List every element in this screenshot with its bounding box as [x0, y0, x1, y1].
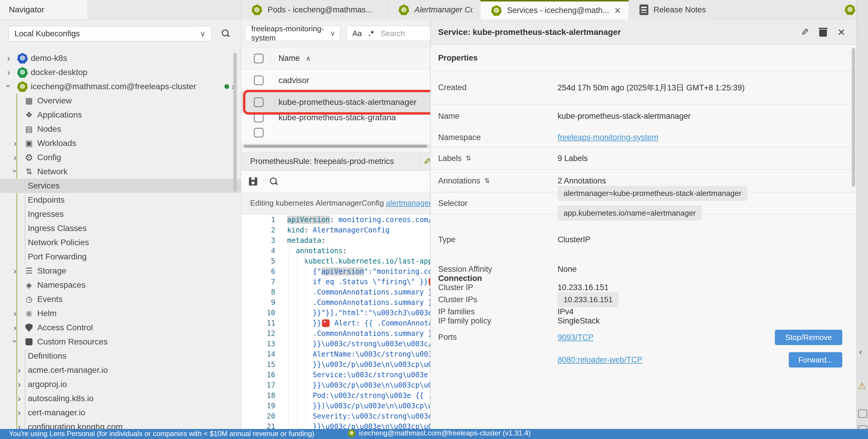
- select-all-checkbox[interactable]: [254, 54, 264, 63]
- sidebar-tree-item[interactable]: Nodes ›: [0, 122, 241, 136]
- drawer-scrollbar[interactable]: [852, 48, 855, 187]
- tree-item-label: Helm: [37, 309, 57, 318]
- sidebar-tree-item[interactable]: icecheng@mathmast.com@freeleaps-cluster …: [0, 79, 241, 94]
- edit-rule-icon[interactable]: ✎: [423, 156, 430, 167]
- detail-value: SingleStack: [558, 316, 600, 326]
- table-row[interactable]: kube-prometheus-stack-grafana: [241, 113, 430, 122]
- sidebar-tree-item[interactable]: Definitions ›: [0, 349, 241, 363]
- namespace-select[interactable]: freeleaps-monitoring-system ∨: [245, 26, 340, 41]
- detail-row: Cluster IPs 10.233.16.151: [430, 292, 868, 307]
- namespace-link[interactable]: freeleaps-monitoring-system: [558, 133, 658, 142]
- sidebar-tree-item[interactable]: Ingress Classes ›: [0, 221, 241, 235]
- edit-icon[interactable]: ✎: [801, 27, 809, 38]
- code-text: .CommonAnnotations.summary }}: [287, 288, 430, 296]
- sidebar-tree-item[interactable]: demo-k8s ›: [0, 51, 241, 65]
- kubernetes-icon: [348, 429, 355, 437]
- line-number: 14: [241, 350, 287, 358]
- sidebar-tree-item[interactable]: Applications ›: [0, 108, 241, 122]
- collapse-icon[interactable]: ‹: [859, 346, 862, 357]
- alertmanager-config-link[interactable]: alertmanager: [386, 199, 430, 208]
- row-checkbox[interactable]: [254, 76, 264, 85]
- sidebar-tree-item[interactable]: Services ›: [0, 179, 241, 193]
- sidebar-tree-item[interactable]: Helm ›: [0, 306, 241, 320]
- sidebar-tree-item[interactable]: autoscaling.k8s.io ›: [0, 392, 241, 406]
- detail-label: Created: [438, 83, 558, 92]
- sort-asc-icon[interactable]: ∧: [306, 54, 311, 63]
- sidebar-tree-item[interactable]: Port Forwarding ›: [0, 250, 241, 264]
- sidebar-tree-item[interactable]: Workloads ›: [0, 136, 241, 150]
- code-text: }}\u003c/p\u003e\n\u003cp\u003: [287, 381, 430, 390]
- sidebar-tree-item[interactable]: Namespaces ›: [0, 278, 241, 292]
- document-tab[interactable]: Release Notes: [629, 0, 714, 20]
- table-row[interactable]: [241, 122, 430, 144]
- chevron-icon: [7, 68, 17, 77]
- detail-row: Labels⇅ 9 Labels: [430, 147, 868, 170]
- stop-remove-button[interactable]: Stop/Remove: [775, 330, 842, 345]
- name-column-header[interactable]: Name: [278, 54, 300, 63]
- document-tab[interactable]: Services - icecheng@math... ×: [480, 0, 629, 20]
- sidebar-tree-item[interactable]: Ingresses ›: [0, 207, 241, 221]
- sidebar-scrollbar[interactable]: [233, 53, 237, 192]
- navigator-panel-tab[interactable]: Navigator: [0, 0, 88, 19]
- detail-label: Labels⇅: [438, 154, 558, 163]
- sidebar-tree-item[interactable]: docker-desktop ›: [0, 65, 241, 79]
- editing-breadcrumb: Editing kubernetes AlertmanagerConfig: [250, 199, 386, 208]
- regex-icon[interactable]: .*: [368, 29, 374, 38]
- sort-toggle-icon[interactable]: ⇅: [485, 177, 490, 184]
- detail-row: Name kube-prometheus-stack-alertmanager: [430, 104, 868, 128]
- line-number: 15: [241, 361, 287, 369]
- sidebar-tree-item[interactable]: Endpoints ›: [0, 193, 241, 207]
- sidebar-tree-item[interactable]: Network Policies ›: [0, 235, 241, 250]
- close-icon[interactable]: ×: [838, 26, 845, 38]
- list-search-input[interactable]: Aa .* Search: [346, 26, 430, 41]
- horizontal-scrollbar[interactable]: [241, 144, 430, 148]
- row-checkbox[interactable]: [254, 98, 264, 107]
- port-link[interactable]: 8080:reloader-web/TCP: [558, 356, 643, 365]
- toolbar-divider: [264, 175, 264, 188]
- sidebar-tree-item[interactable]: Overview ›: [0, 94, 241, 108]
- sidebar-tree-item[interactable]: argoproj.io ›: [0, 377, 241, 392]
- tree-item-label: Overview: [37, 96, 72, 105]
- tree-item-label: Events: [37, 295, 63, 304]
- line-number: 4: [241, 247, 287, 255]
- sidebar-tree-item[interactable]: Config ›: [0, 150, 241, 165]
- detail-row: Namespace freeleaps-monitoring-system: [430, 128, 868, 147]
- sidebar-tree-item[interactable]: Events ›: [0, 292, 241, 306]
- search-icon[interactable]: [221, 29, 230, 38]
- line-number: 11: [241, 319, 287, 327]
- line-number: 8: [241, 288, 287, 296]
- match-case-icon[interactable]: Aa: [352, 29, 362, 38]
- kubeconfig-select[interactable]: Local Kubeconfigs ∨: [8, 26, 212, 41]
- code-text: metadata:: [287, 236, 326, 245]
- sidebar-tree-item[interactable]: acme.cert-manager.io ›: [0, 363, 241, 377]
- editor-search-icon[interactable]: [269, 177, 278, 186]
- row-checkbox[interactable]: [254, 128, 264, 137]
- sidebar-tree-item[interactable]: cert-manager.io ›: [0, 406, 241, 420]
- code-text: }}\u003c/p\u003e\n\u003cp\u003: [287, 423, 430, 429]
- sidebar-tree-item[interactable]: Access Control ›: [0, 320, 241, 335]
- document-tab[interactable]: Pods - icecheng@mathmas...: [241, 0, 388, 20]
- sidebar-tree-item[interactable]: configuration.konghq.com ›: [0, 420, 241, 429]
- row-checkbox[interactable]: [254, 113, 264, 122]
- delete-icon[interactable]: [819, 28, 827, 37]
- active-cluster-status[interactable]: icecheng@mathmast.com@freeleaps-cluster …: [348, 429, 531, 437]
- save-icon[interactable]: [249, 177, 257, 185]
- tree-item-label: Nodes: [37, 124, 61, 134]
- sidebar-tree-item[interactable]: Storage ›: [0, 264, 241, 278]
- panel-button[interactable]: [858, 409, 867, 418]
- code-line: 7 if eq .Status \"firing\" }}: [241, 276, 430, 287]
- sidebar-tree-item[interactable]: Network ›: [0, 165, 241, 179]
- table-row[interactable]: kube-prometheus-stack-alertmanager: [241, 92, 430, 113]
- port-link[interactable]: 9093/TCP: [558, 333, 594, 342]
- table-row[interactable]: cadvisor: [241, 69, 430, 92]
- sort-toggle-icon[interactable]: ⇅: [466, 155, 471, 162]
- yaml-editor[interactable]: 1 apiVersion: monitoring.coreos.com/v1 2…: [241, 214, 430, 429]
- sidebar-tree-item[interactable]: Custom Resources ›: [0, 335, 241, 349]
- prometheus-rule-bar[interactable]: PrometheusRule: freepeals-prod-metrics ✎: [241, 152, 430, 171]
- detail-value: kube-prometheus-stack-alertmanager: [558, 112, 691, 121]
- close-tab-icon[interactable]: ×: [615, 5, 621, 16]
- warning-icon[interactable]: ⚠: [858, 380, 866, 391]
- document-tab[interactable]: Alertmanager Configs - icec...: [388, 0, 480, 20]
- horizontal-scrollbar-thumb[interactable]: [244, 145, 428, 148]
- forward-button[interactable]: Forward...: [789, 352, 842, 368]
